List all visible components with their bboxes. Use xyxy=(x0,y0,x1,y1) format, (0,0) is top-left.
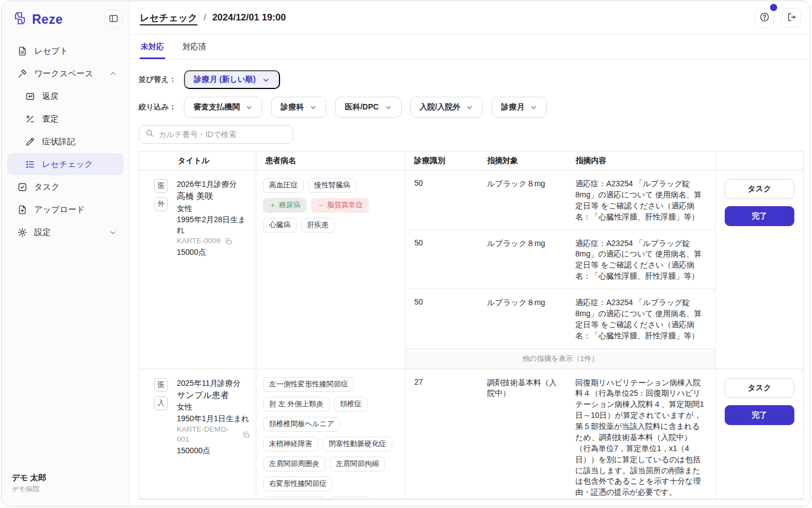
sidebar-collapse-button[interactable] xyxy=(104,10,123,29)
disease-chip: 頚椎椎間板ヘルニア xyxy=(263,417,340,432)
record-type-badge: 入 xyxy=(154,396,168,410)
sort-select[interactable]: 診療月 (新しい順) xyxy=(184,70,280,89)
checkbox-icon xyxy=(17,182,28,192)
status-tabs: 未対応 対応済 xyxy=(130,35,810,59)
filter-payer[interactable]: 審査支払機関 xyxy=(184,97,262,118)
sidebar-item-label: タスク xyxy=(34,182,60,192)
sidebar-item-henrei[interactable]: 返戻 xyxy=(7,85,124,107)
sidebar-item-satei[interactable]: 査定 xyxy=(7,108,124,130)
disease-chip: 左肩関節周囲炎 xyxy=(263,457,325,472)
table-row: 医入2025年11月診療分サンプル患者女性1950年1月1日生まれKARTE-D… xyxy=(139,369,803,499)
sidebar-item-task[interactable]: タスク xyxy=(7,176,124,198)
disease-chip: －脂質異常症 xyxy=(311,198,369,213)
file-upload-icon xyxy=(17,205,28,215)
tab-handled[interactable]: 対応済 xyxy=(182,35,207,59)
patient-summary: 2026年1月診療分高橋 美咲女性1995年2月28日生まれKARTE-0009… xyxy=(177,179,250,361)
sidebar-item-upload[interactable]: アップロード xyxy=(7,198,124,221)
column-header-category: 診療識別 xyxy=(405,151,478,170)
copy-icon[interactable] xyxy=(224,237,233,245)
main-area: レセチェック / 2024/12/01 19:00 xyxy=(130,1,810,506)
task-button[interactable]: タスク xyxy=(725,179,794,199)
diseases-cell: 左一側性変形性膝関節症肘 左 外側上顆炎頚椎症頚椎椎間板ヘルニア末梢神経障害閉塞… xyxy=(256,369,405,499)
show-more-indications[interactable]: 他の指摘を表示（1件） xyxy=(405,349,715,369)
sidebar-item-rece-check[interactable]: レセチェック xyxy=(7,153,124,175)
sidebar-item-settings[interactable]: 設定 xyxy=(7,221,124,243)
disease-label: 左肩関節拘縮 xyxy=(336,459,379,468)
sidebar-item-label: 査定 xyxy=(42,114,59,124)
brand-logo[interactable]: Reze xyxy=(13,11,63,28)
disease-chip: 左一側性変形性膝関節症 xyxy=(263,377,354,392)
chevron-up-icon xyxy=(109,70,117,78)
disease-label: 慢性腎臓病 xyxy=(314,181,350,190)
task-button[interactable]: タスク xyxy=(725,378,794,398)
disease-label: 心臓病 xyxy=(269,221,291,229)
patient-sex: 女性 xyxy=(177,402,250,412)
gear-icon xyxy=(17,227,28,238)
user-organization: デモ病院 xyxy=(12,485,118,494)
column-header-target: 指摘対象 xyxy=(478,151,567,170)
indication-target: ルブラック８mg xyxy=(478,230,567,289)
sidebar-item-label: 症状詳記 xyxy=(42,137,75,147)
sidebar-item-label: レセプト xyxy=(34,46,68,56)
search-input[interactable] xyxy=(159,130,287,139)
chevron-down-icon xyxy=(245,103,253,111)
notification-dot xyxy=(770,4,777,11)
file-text-icon xyxy=(17,46,28,56)
sidebar-nav: レセプト ワークスペース 返戻 xyxy=(2,34,129,243)
disease-label: 肝疾患 xyxy=(307,221,329,229)
title-cell: 医外2026年1月診療分高橋 美咲女性1995年2月28日生まれKARTE-00… xyxy=(139,170,256,369)
disease-chip: 左肩関節拘縮 xyxy=(330,457,385,472)
disease-chip: 心臓病 xyxy=(263,218,297,233)
filter-department[interactable]: 診療科 xyxy=(271,97,326,118)
patient-summary: 2025年11月診療分サンプル患者女性1950年1月1日生まれKARTE-DEM… xyxy=(177,378,250,491)
chevron-down-icon xyxy=(309,103,317,111)
filter-month[interactable]: 診療月 xyxy=(492,97,547,118)
title-cell: 医入2025年11月診療分サンプル患者女性1950年1月1日生まれKARTE-D… xyxy=(139,369,256,499)
sidebar-item-label: 返戻 xyxy=(42,91,59,102)
sidebar-item-workspace[interactable]: ワークスペース xyxy=(7,62,124,85)
check-table: タイトル 患者病名 診療識別 指摘対象 指摘内容 医外2026年1月診療分高橋 … xyxy=(139,151,804,500)
disease-label: 左一側性変形性膝関節症 xyxy=(269,380,348,389)
chevron-down-icon xyxy=(384,103,392,111)
sort-value: 診療月 (新しい順) xyxy=(194,75,256,85)
filters: 審査支払機関 診療科 医科/DPC 入院/入院外 xyxy=(184,97,547,118)
help-button[interactable] xyxy=(755,8,774,28)
breadcrumb-rece-check-link[interactable]: レセチェック xyxy=(140,12,197,24)
disease-chip: 頚椎症 xyxy=(334,397,367,412)
chevron-down-icon xyxy=(109,228,117,237)
filter-inpatient[interactable]: 入院/入院外 xyxy=(410,97,483,118)
records: 医外2026年1月診療分高橋 美咲女性1995年2月28日生まれKARTE-00… xyxy=(139,170,803,499)
disease-label: 末梢神経障害 xyxy=(269,439,312,448)
tab-unhandled[interactable]: 未対応 xyxy=(140,35,165,59)
user-panel[interactable]: デモ 太郎 デモ病院 xyxy=(2,465,129,506)
disease-chip: 閉塞性動脈硬化症 xyxy=(323,437,392,452)
question-circle-icon xyxy=(759,12,770,24)
sidebar-item-receipt[interactable]: レセプト xyxy=(7,40,124,62)
logout-button[interactable] xyxy=(782,8,801,28)
column-header-content: 指摘内容 xyxy=(567,151,716,170)
chevron-down-icon xyxy=(262,76,270,84)
chevron-down-icon xyxy=(466,103,473,111)
done-button[interactable]: 完了 xyxy=(725,405,794,425)
column-header-diseases: 患者病名 xyxy=(256,151,405,170)
sidebar-item-shojo-shoki[interactable]: 症状詳記 xyxy=(7,130,124,153)
column-header-actions xyxy=(716,151,803,170)
filter-ika-dpc[interactable]: 医科/DPC xyxy=(335,97,401,118)
indication-row: 50ルブラック８mg適応症：A23254 「ルブラッグ錠8mg」の適応について … xyxy=(405,289,715,349)
diseases-cell: 高血圧症慢性腎臓病＋糖尿病－脂質異常症心臓病肝疾患 xyxy=(256,170,405,369)
hammer-icon xyxy=(17,69,28,79)
sort-row: 並び替え： 診療月 (新しい順) xyxy=(139,70,802,89)
indication-category: 27 xyxy=(405,369,478,499)
badge-column: 医外 xyxy=(154,179,168,361)
filter-row: 絞り込み： 審査支払機関 診療科 医科/DPC 入院/ xyxy=(139,97,802,118)
minus-icon: － xyxy=(317,201,324,210)
sidebar-header: Reze xyxy=(2,1,129,34)
disease-label: 肘 左 外側上顆炎 xyxy=(269,400,323,409)
indication-content: 適応症：A23254 「ルブラッグ錠8mg」の適応について 使用病名、算定日等 … xyxy=(567,289,716,348)
karte-id-line: KARTE-0009 xyxy=(177,236,250,246)
indication-target: ルブラック８mg xyxy=(478,170,567,229)
treatment-month: 2026年1月診療分 xyxy=(177,179,250,189)
done-button[interactable]: 完了 xyxy=(725,206,794,226)
disease-chip: 神経障害性疼痛 xyxy=(263,496,325,499)
copy-icon[interactable] xyxy=(242,431,250,439)
